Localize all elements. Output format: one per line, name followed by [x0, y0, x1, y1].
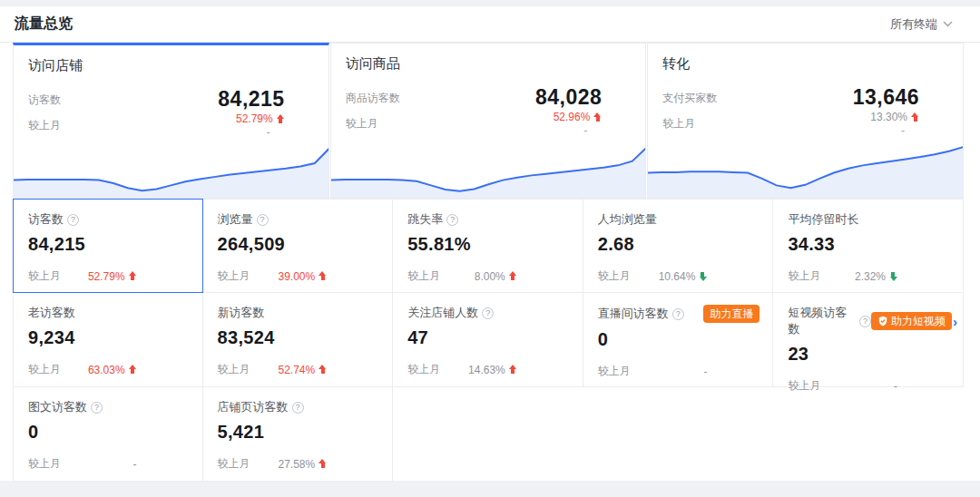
secondary-change-value: -	[901, 124, 905, 137]
metric-cell-avg-stay-duration[interactable]: 平均停留时长34.33较上月2.32%	[773, 199, 964, 293]
metric-label: 访客数	[28, 93, 61, 108]
compare-label: 较上月	[346, 116, 400, 132]
metric-cell-shop-page-visitors[interactable]: 店铺页访客数?5,421较上月27.58%	[203, 387, 394, 482]
help-icon[interactable]: ?	[257, 214, 269, 226]
metric-value: 5,421	[218, 422, 380, 443]
metric-cell-new-visitors[interactable]: 新访客数83,524较上月52.74%	[203, 293, 394, 387]
change-value: 52.79%	[88, 270, 137, 283]
metric-label: 老访客数	[28, 305, 75, 321]
trend-up-arrow-icon	[129, 365, 137, 375]
metric-cell-bounce-rate[interactable]: 跳失率?55.81%较上月8.00%	[393, 199, 583, 293]
change-value: 14.63%	[468, 364, 517, 376]
trend-up-arrow-icon	[129, 271, 137, 281]
promo-badge-label: 助力短视频	[891, 312, 946, 330]
secondary-change-value: -	[267, 126, 270, 139]
compare-label: 较上月	[598, 364, 631, 379]
metric-cell-shop-followers[interactable]: 关注店铺人数?47较上月14.63%	[393, 293, 583, 387]
trend-up-arrow-icon	[509, 365, 517, 375]
trend-up-arrow-icon	[911, 112, 919, 122]
change-value: 52.79%	[236, 112, 285, 125]
metric-label: 支付买家数	[662, 91, 717, 106]
compare-label: 较上月	[28, 118, 61, 133]
change-value: 52.96%	[554, 111, 603, 123]
change-value: 8.00%	[475, 270, 517, 283]
help-icon[interactable]: ?	[482, 307, 494, 319]
metric-cell-views-per-visitor[interactable]: 人均浏览量2.68较上月10.64%	[583, 199, 774, 293]
metric-value: 9,234	[28, 327, 190, 348]
trend-sparkline-chart	[330, 138, 647, 198]
metric-label: 人均浏览量	[598, 211, 657, 228]
trend-up-arrow-icon	[593, 112, 602, 122]
help-icon[interactable]: ?	[292, 402, 304, 414]
metric-label: 店铺页访客数	[218, 399, 289, 415]
metric-label: 访客数	[28, 211, 64, 228]
summary-card-visit-product[interactable]: 访问商品商品访客数较上月84,02852.96%-	[330, 43, 647, 199]
metric-value: 84,028	[535, 85, 602, 110]
help-icon[interactable]: ?	[446, 214, 458, 226]
secondary-change-value: -	[583, 124, 587, 137]
metric-cell-short-video-visitors[interactable]: 短视频访客数?助力短视频›23较上月-	[773, 293, 964, 387]
metric-label: 跳失率	[407, 211, 443, 228]
help-icon[interactable]: ?	[91, 402, 103, 414]
change-value: -	[894, 380, 897, 393]
metric-value: 13,646	[853, 85, 919, 110]
metric-label: 短视频访客数	[788, 305, 856, 337]
promo-badge-live-room-visitors[interactable]: 助力直播	[703, 305, 760, 323]
metric-value: 0	[28, 422, 190, 443]
change-value: 10.64%	[659, 270, 708, 283]
trend-down-arrow-icon	[699, 271, 707, 281]
terminal-filter-label: 所有终端	[890, 16, 937, 33]
trend-sparkline-chart	[13, 138, 329, 198]
panel-header: 流量总览 所有终端	[0, 6, 980, 43]
promo-badge-short-video-visitors[interactable]: 助力短视频	[871, 312, 952, 330]
trend-sparkline-chart	[647, 138, 964, 198]
metric-value: 34.33	[788, 234, 950, 255]
metric-cell-live-room-visitors[interactable]: 直播间访客数?助力直播0较上月-	[583, 293, 774, 387]
trend-up-arrow-icon	[277, 114, 285, 124]
page-title: 流量总览	[15, 15, 73, 34]
summary-card-title: 访问店铺	[14, 45, 328, 74]
change-value: -	[703, 365, 707, 378]
metric-label: 直播间访客数	[598, 306, 669, 322]
metrics-grid: 访客数?84,215较上月52.79%浏览量?264,509较上月39.00%跳…	[13, 199, 964, 482]
help-icon[interactable]: ?	[67, 214, 79, 226]
compare-label: 较上月	[218, 362, 250, 377]
metric-value: 23	[788, 344, 950, 365]
traffic-overview-panel: 流量总览 所有终端 访问店铺访客数较上月84,21552.79%-访问商品商品访…	[0, 6, 980, 481]
metric-value: 264,509	[218, 234, 380, 255]
terminal-filter-dropdown[interactable]: 所有终端	[890, 16, 953, 33]
metric-label: 平均停留时长	[788, 211, 858, 228]
metric-value: 47	[407, 327, 570, 348]
change-value: 63.03%	[88, 364, 137, 376]
compare-label: 较上月	[788, 378, 820, 394]
change-value: 52.74%	[278, 364, 327, 376]
metric-value: 83,524	[218, 327, 380, 348]
metric-cell-visitors[interactable]: 访客数?84,215较上月52.79%	[13, 199, 203, 293]
help-icon[interactable]: ?	[672, 308, 684, 320]
compare-label: 较上月	[28, 362, 61, 377]
compare-label: 较上月	[662, 116, 717, 132]
compare-label: 较上月	[28, 268, 61, 284]
metric-label: 图文访客数	[28, 399, 87, 415]
metric-value: 55.81%	[407, 234, 570, 255]
summary-card-conversion[interactable]: 转化支付买家数较上月13,64613.30%-	[647, 43, 964, 199]
metric-value: 0	[598, 329, 760, 350]
metric-label: 商品访客数	[346, 91, 400, 106]
metric-label: 新访客数	[218, 305, 265, 321]
metric-value: 84,215	[218, 87, 284, 112]
help-icon[interactable]: ?	[859, 316, 871, 327]
metric-cell-returning-visitors[interactable]: 老访客数9,234较上月63.03%	[13, 293, 203, 387]
metric-cell-pageviews[interactable]: 浏览量?264,509较上月39.00%	[203, 199, 394, 293]
trend-up-arrow-icon	[318, 271, 327, 281]
chevron-right-icon[interactable]: ›	[953, 315, 957, 328]
change-value: 13.30%	[870, 111, 919, 123]
compare-label: 较上月	[407, 268, 440, 284]
compare-label: 较上月	[788, 268, 820, 284]
summary-card-title: 访问商品	[331, 44, 646, 73]
promo-badge-label: 助力直播	[710, 305, 753, 323]
metric-cell-image-text-visitors[interactable]: 图文访客数?0较上月-	[13, 387, 203, 482]
compare-label: 较上月	[218, 268, 250, 284]
change-value: -	[133, 458, 137, 471]
metric-value: 84,215	[28, 234, 190, 255]
summary-card-visit-shop[interactable]: 访问店铺访客数较上月84,21552.79%-	[13, 43, 329, 199]
